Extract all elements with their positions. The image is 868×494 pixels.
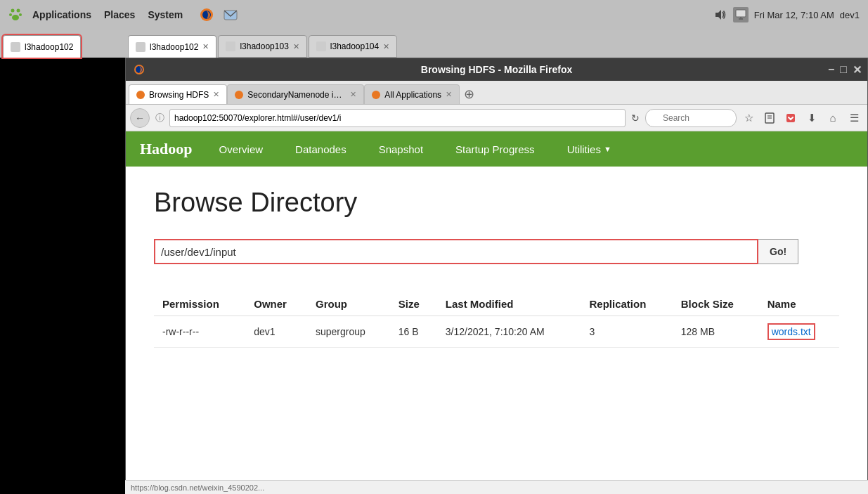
- svg-marker-8: [715, 10, 721, 20]
- back-button[interactable]: ←: [130, 108, 150, 128]
- os-menubar: Applications Places System: [0, 0, 868, 30]
- menu-icon[interactable]: ☰: [845, 109, 863, 127]
- browser-tab-bar: Browsing HDFS ✕ SecondaryNamenode inf...…: [126, 81, 867, 105]
- col-group: Group: [307, 292, 390, 316]
- path-form: Go!: [154, 239, 839, 264]
- svg-point-2: [9, 13, 12, 16]
- os-left-panel: [0, 58, 125, 494]
- col-modified: Last Modified: [437, 292, 581, 316]
- minimize-btn[interactable]: −: [828, 63, 834, 77]
- path-input[interactable]: [154, 239, 758, 264]
- volume-icon[interactable]: [712, 7, 727, 22]
- os-app-icon[interactable]: [6, 5, 25, 25]
- browser-title: Browsing HDFS - Mozilla Firefox: [421, 64, 572, 75]
- browser-tab-2-label: SecondaryNamenode inf...: [247, 90, 346, 100]
- table-row: -rw-r--r-- dev1 supergroup 16 B 3/12/202…: [154, 316, 839, 348]
- pocket-icon[interactable]: [782, 109, 800, 127]
- browser-tab-2-close[interactable]: ✕: [350, 90, 356, 99]
- maximize-btn[interactable]: □: [840, 63, 847, 77]
- svg-rect-17: [786, 114, 795, 122]
- svg-point-3: [19, 13, 22, 16]
- svg-rect-9: [736, 10, 746, 17]
- nav-datanodes[interactable]: Datanodes: [290, 141, 352, 158]
- file-table: Permission Owner Group Size Last Modifie…: [154, 292, 839, 348]
- svg-point-0: [11, 9, 15, 13]
- applications-menu[interactable]: Applications: [27, 6, 97, 23]
- status-text: https://blog.csdn.net/weixin_4590202...: [131, 483, 264, 492]
- window-controls: − □ ✕: [828, 63, 862, 77]
- system-menu[interactable]: System: [142, 6, 188, 23]
- username-display: dev1: [840, 10, 860, 20]
- taskbar-tabs: l3hadoop102: [0, 30, 125, 58]
- utilities-chevron-icon: ▼: [604, 145, 611, 153]
- go-button[interactable]: Go!: [758, 239, 798, 264]
- download-icon[interactable]: ⬇: [803, 109, 821, 127]
- cell-blocksize: 128 MB: [673, 316, 759, 348]
- page-title: Browse Directory: [154, 188, 839, 218]
- cell-size: 16 B: [390, 316, 437, 348]
- firefox-title-icon: [133, 63, 145, 76]
- nav-overview[interactable]: Overview: [214, 141, 269, 158]
- os-menu-left: Applications Places System: [0, 5, 240, 25]
- os-menu-right: Fri Mar 12, 7:10 AM dev1: [712, 7, 868, 22]
- search-wrapper: 🔍: [645, 109, 737, 127]
- cell-modified: 3/12/2021, 7:10:20 AM: [437, 316, 581, 348]
- address-bar: ← ⓘ ↻ 🔍 ☆ ⬇ ⌂ ☰: [126, 105, 867, 131]
- browser-tab-3-close[interactable]: ✕: [446, 90, 452, 99]
- info-icon: ⓘ: [153, 111, 167, 125]
- taskbar-tab-browser-1[interactable]: l3hadoop102 ✕: [128, 35, 216, 58]
- nav-snapshot[interactable]: Snapshot: [373, 141, 429, 158]
- table-body: -rw-r--r-- dev1 supergroup 16 B 3/12/202…: [154, 316, 839, 348]
- col-permission: Permission: [154, 292, 245, 316]
- hadoop-logo: Hadoop: [140, 140, 193, 158]
- browser-tab-3[interactable]: All Applications ✕: [364, 84, 460, 104]
- col-blocksize: Block Size: [673, 292, 759, 316]
- hadoop-navbar: Hadoop Overview Datanodes Snapshot Start…: [126, 131, 867, 167]
- cell-permission: -rw-r--r--: [154, 316, 245, 348]
- datetime-display: Fri Mar 12, 7:10 AM: [754, 10, 834, 20]
- url-input[interactable]: [169, 109, 626, 127]
- browser-tab-1-close[interactable]: ✕: [213, 90, 219, 99]
- search-input[interactable]: [645, 109, 737, 127]
- browser-titlebar: Browsing HDFS - Mozilla Firefox − □ ✕: [126, 58, 867, 81]
- refresh-button[interactable]: ↻: [628, 112, 642, 124]
- browser-window: Browsing HDFS - Mozilla Firefox − □ ✕ Br…: [125, 58, 868, 494]
- browser-tab-2[interactable]: SecondaryNamenode inf... ✕: [227, 84, 364, 104]
- bookmarks-icon[interactable]: [760, 109, 779, 127]
- firefox-icon: [197, 5, 216, 25]
- svg-point-1: [17, 9, 20, 13]
- browser-tab-3-label: All Applications: [384, 90, 441, 100]
- nav-startup[interactable]: Startup Progress: [450, 141, 540, 158]
- bookmark-star-icon[interactable]: ☆: [739, 109, 758, 127]
- browser-tab-1-label: Browsing HDFS: [149, 90, 209, 100]
- col-size: Size: [390, 292, 437, 316]
- file-link-words[interactable]: words.txt: [767, 323, 815, 340]
- col-name: Name: [759, 292, 839, 316]
- table-header: Permission Owner Group Size Last Modifie…: [154, 292, 839, 316]
- col-replication: Replication: [581, 292, 673, 316]
- browser-tab-1[interactable]: Browsing HDFS ✕: [129, 84, 227, 104]
- taskbar-tab-browser-2[interactable]: l3hadoop103 ✕: [218, 35, 306, 58]
- taskbar-tabs-browser: l3hadoop102 ✕ l3hadoop103 ✕ l3hadoop104 …: [125, 30, 868, 58]
- places-menu[interactable]: Places: [98, 6, 141, 23]
- nav-utilities[interactable]: Utilities ▼: [562, 141, 617, 158]
- close-btn[interactable]: ✕: [853, 63, 862, 77]
- status-bar: https://blog.csdn.net/weixin_4590202...: [125, 480, 868, 494]
- network-icon[interactable]: [733, 7, 749, 22]
- home-icon[interactable]: ⌂: [824, 109, 842, 127]
- col-owner: Owner: [245, 292, 307, 316]
- cell-name: words.txt: [759, 316, 839, 348]
- taskbar-tab-browser-3[interactable]: l3hadoop104 ✕: [309, 35, 397, 58]
- taskbar-tab-1[interactable]: l3hadoop102: [3, 35, 81, 58]
- main-content: Browse Directory Go! Permission Owner Gr…: [126, 167, 867, 369]
- cell-owner: dev1: [245, 316, 307, 348]
- cell-group: supergroup: [307, 316, 390, 348]
- toolbar-icons: ☆ ⬇ ⌂ ☰: [739, 109, 863, 127]
- email-icon[interactable]: [221, 5, 240, 25]
- svg-point-4: [12, 15, 19, 20]
- cell-replication: 3: [581, 316, 673, 348]
- new-tab-button[interactable]: ⊕: [460, 84, 479, 104]
